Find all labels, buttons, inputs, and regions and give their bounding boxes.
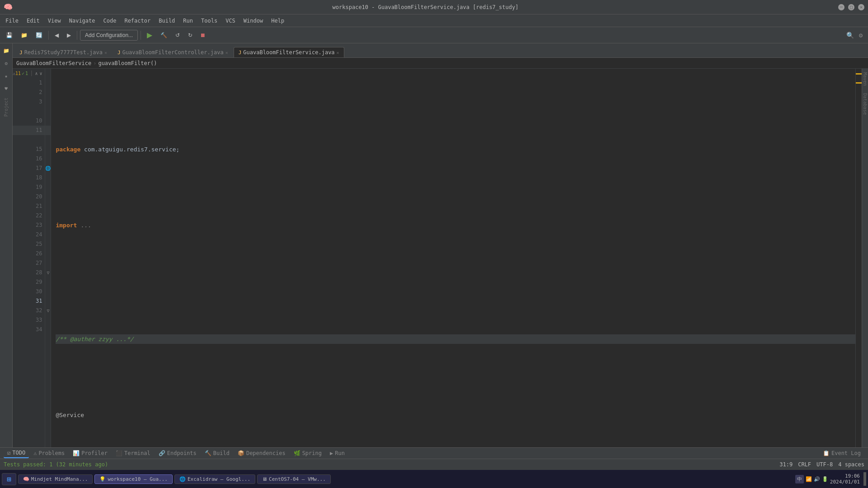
open-button[interactable]: 📁 (18, 30, 31, 40)
minimize-button[interactable]: ─ (838, 4, 845, 10)
terminal-icon: ⬛ (116, 450, 122, 456)
fold-close-icon[interactable]: ▽ (47, 308, 49, 313)
separator-1 (48, 31, 49, 40)
panel-tab-problems[interactable]: ⚠ Problems (30, 449, 68, 458)
panel-tab-spring[interactable]: 🌿 Spring (290, 449, 325, 458)
gutter-header-spacer (56, 97, 855, 107)
git-icon[interactable]: ⚙ (856, 31, 865, 40)
status-right: 31:9 CRLF UTF-8 4 spaces (779, 461, 864, 468)
warning-count: 11 (15, 69, 21, 78)
close-button[interactable]: ✕ (858, 4, 864, 10)
line-ending[interactable]: CRLF (798, 461, 811, 468)
project-label[interactable]: Project (3, 96, 9, 118)
breadcrumb: GuavaBloomFilterService › guavaBloomFilt… (13, 58, 868, 69)
taskbar-left: ⊞ 🧠 Mindjet MindMana... 💡 workspace10 – … (2, 473, 331, 485)
panel-tab-todo[interactable]: ☑ TODO (4, 448, 29, 458)
save-all-button[interactable]: 💾 (3, 30, 16, 40)
menu-file[interactable]: File (2, 16, 22, 25)
tab-service-close[interactable]: ✕ (337, 50, 339, 55)
menu-edit[interactable]: Edit (23, 16, 43, 25)
breadcrumb-method[interactable]: guavaBloomFilter() (98, 60, 157, 66)
project-icon[interactable]: 📁 (1, 45, 12, 56)
bottom-panel: ☑ TODO ⚠ Problems 📊 Profiler ⬛ Terminal … (0, 447, 868, 459)
endpoints-label: Endpoints (167, 450, 197, 456)
code-editor[interactable]: package com.atguigu.redis7.service; impo… (51, 69, 855, 447)
panel-tab-terminal[interactable]: ⬛ Terminal (112, 449, 154, 458)
structure-icon[interactable]: ⚙ (1, 58, 12, 69)
stop-button[interactable]: ■ (197, 29, 208, 41)
nav-back-button[interactable]: ◀ (52, 30, 62, 40)
menu-code[interactable]: Code (100, 16, 120, 25)
indent[interactable]: 4 spaces (838, 461, 864, 468)
taskbar-app-mindjet[interactable]: 🧠 Mindjet MindMana... (18, 474, 93, 484)
project-sidebar-tab[interactable]: 📁 ⚙ ★ ♥ Project (0, 43, 13, 447)
breadcrumb-separator: › (93, 60, 96, 66)
menu-build[interactable]: Build (155, 16, 178, 25)
separator-3 (141, 31, 141, 40)
database-label[interactable]: Database (862, 91, 868, 117)
spring-label: Spring (302, 450, 322, 456)
toolbar: 💾 📁 🔄 ◀ ▶ Add Configuration... ▶ 🔨 ↺ ↻ ■… (0, 27, 868, 43)
menu-tools[interactable]: Tools (197, 16, 221, 25)
menu-help[interactable]: Help (267, 16, 288, 25)
sync-button[interactable]: 🔄 (33, 30, 46, 40)
line-numbers-gutter: ⚠ 11 ✓ 1 | ∧ ∨ 1 2 3 10 11 15 16 17 (13, 69, 45, 447)
panel-tab-build[interactable]: 🔨 Build (201, 449, 233, 458)
error-strip (855, 69, 862, 447)
panel-tab-run[interactable]: ▶ Run (326, 449, 348, 458)
cursor-position[interactable]: 31:9 (779, 461, 793, 468)
panel-tab-eventlog[interactable]: 📋 Event Log (819, 449, 864, 458)
rebuild-button[interactable]: ↺ (172, 30, 183, 40)
tab-redis7study[interactable]: J Redis7Study7777Test.java ✕ (14, 47, 112, 57)
add-configuration-button[interactable]: Add Configuration... (80, 30, 138, 41)
ime-indicator[interactable]: 中 (795, 475, 804, 483)
time-display: 19:06 (830, 473, 860, 479)
maximize-button[interactable]: □ (848, 4, 854, 10)
favorites-icon[interactable]: ♥ (1, 83, 12, 94)
panel-tab-dependencies[interactable]: 📦 Dependencies (234, 449, 289, 458)
maven-sidebar[interactable]: Maven Database (862, 69, 868, 447)
bookmarks-icon[interactable]: ★ (1, 70, 12, 81)
tab-controller[interactable]: J GuavaBloomFilterController.java ✕ (113, 47, 233, 57)
tab-controller-close[interactable]: ✕ (225, 50, 228, 55)
maven-label[interactable]: Maven (862, 70, 868, 88)
code-line-2 (56, 183, 855, 192)
volume-icon: 🔊 (814, 476, 820, 482)
menu-window[interactable]: Window (240, 16, 267, 25)
dependencies-icon: 📦 (238, 450, 244, 456)
network-icon: 📶 (806, 476, 812, 482)
windows-start-button[interactable]: ⊞ (2, 473, 16, 485)
build-button[interactable]: 🔨 (157, 30, 170, 40)
java-file-icon-3: J (239, 50, 242, 56)
nav-forward-button[interactable]: ▶ (64, 30, 74, 40)
fold-open-icon[interactable]: ▽ (47, 270, 49, 275)
rebuild2-button[interactable]: ↻ (185, 30, 196, 40)
panel-tab-endpoints[interactable]: 🔗 Endpoints (155, 449, 200, 458)
menu-view[interactable]: View (44, 16, 65, 25)
clock[interactable]: 19:06 2024/01/01 (830, 473, 860, 485)
menu-run[interactable]: Run (179, 16, 197, 25)
taskbar-app-excalidraw[interactable]: 🌐 Excalidraw – Googl... (174, 474, 255, 484)
menu-vcs[interactable]: VCS (222, 16, 239, 25)
menu-navigate[interactable]: Navigate (66, 16, 99, 25)
run-button[interactable]: ▶ (144, 29, 155, 41)
show-desktop-button[interactable] (863, 472, 866, 486)
breadcrumb-class[interactable]: GuavaBloomFilterService (16, 60, 91, 66)
tab-redis7study-close[interactable]: ✕ (104, 50, 107, 55)
taskbar-app-centos[interactable]: 🖥 CentOS7-04 – VMw... (257, 474, 331, 484)
menu-bar: File Edit View Navigate Code Refactor Bu… (0, 14, 868, 27)
tab-service[interactable]: J GuavaBloomFilterService.java ✕ (234, 47, 344, 57)
excalidraw-label: Excalidraw – Googl... (188, 476, 250, 482)
title-bar-controls: ─ □ ✕ (838, 4, 864, 10)
encoding[interactable]: UTF-8 (816, 461, 833, 468)
title-bar: 🧠 workspace10 - GuavaBloomFilterService.… (0, 0, 868, 14)
warning-mark-1 (856, 73, 862, 75)
taskbar-app-intellij[interactable]: 💡 workspace10 – Gua... (94, 474, 172, 484)
panel-tab-profiler[interactable]: 📊 Profiler (69, 449, 111, 458)
eventlog-icon: 📋 (823, 450, 830, 456)
menu-refactor[interactable]: Refactor (121, 16, 154, 25)
todo-icon: ☑ (7, 450, 10, 456)
separator-2 (77, 31, 77, 40)
search-icon[interactable]: 🔍 (845, 31, 854, 40)
terminal-label: Terminal (124, 450, 150, 456)
